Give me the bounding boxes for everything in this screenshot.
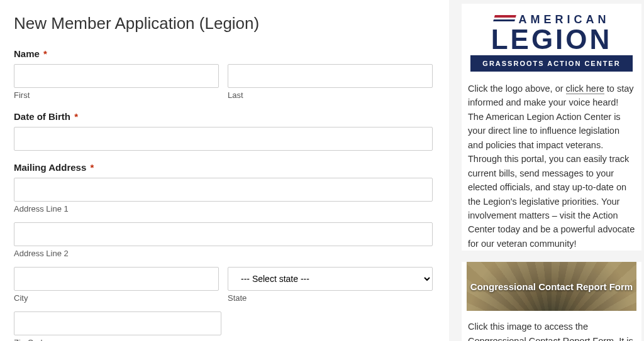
main-form-panel: New Member Application (Legion) Name * F… — [0, 0, 449, 341]
field-mailing: Mailing Address * Address Line 1 Address… — [14, 162, 433, 341]
required-marker: * — [90, 162, 94, 173]
sidebar-text-before: Click the logo above, or — [468, 84, 566, 94]
address-line1-input[interactable] — [14, 178, 433, 202]
mailing-label: Mailing Address * — [14, 162, 433, 173]
sidebar-text-after: to stay informed and make your voice hea… — [468, 84, 635, 249]
logo-main-text: LEGION — [470, 26, 633, 53]
field-dob: Date of Birth * — [14, 111, 433, 151]
name-label: Name * — [14, 48, 433, 59]
flag-stripes-icon — [492, 15, 516, 24]
first-name-input[interactable] — [14, 64, 219, 88]
state-select[interactable]: --- Select state --- — [228, 267, 433, 291]
last-name-input[interactable] — [228, 64, 433, 88]
first-name-sublabel: First — [14, 90, 219, 100]
dob-label-text: Date of Birth — [14, 111, 70, 122]
city-input[interactable] — [14, 267, 219, 291]
required-marker: * — [74, 111, 78, 122]
address-line1-sublabel: Address Line 1 — [14, 204, 433, 214]
state-sublabel: State — [228, 293, 433, 303]
required-marker: * — [43, 48, 47, 59]
congressional-banner[interactable]: Congressional Contact Report Form — [467, 262, 636, 311]
american-legion-logo[interactable]: AMERICAN LEGION GRASSROOTS ACTION CENTER — [467, 11, 636, 72]
address-line2-input[interactable] — [14, 222, 433, 246]
sidebar-action-text: Click the logo above, or click here to s… — [467, 72, 636, 251]
dob-label: Date of Birth * — [14, 111, 433, 122]
banner-title: Congressional Contact Report Form — [470, 281, 633, 292]
logo-subtitle-bar: GRASSROOTS ACTION CENTER — [470, 55, 633, 72]
address-line2-sublabel: Address Line 2 — [14, 249, 433, 258]
sidebar-contact-text: Click this image to access the Congressi… — [467, 311, 636, 341]
sidebar: AMERICAN LEGION GRASSROOTS ACTION CENTER… — [462, 0, 644, 341]
name-label-text: Name — [14, 48, 40, 59]
sidebar-action-center-card: AMERICAN LEGION GRASSROOTS ACTION CENTER… — [462, 4, 641, 251]
click-here-link[interactable]: click here — [566, 84, 604, 94]
zip-input[interactable] — [14, 311, 221, 335]
last-name-sublabel: Last — [228, 90, 433, 100]
sidebar-contact-card: Congressional Contact Report Form Click … — [462, 262, 641, 341]
zip-sublabel: Zip Code — [14, 338, 221, 341]
page-title: New Member Application (Legion) — [14, 14, 433, 33]
city-sublabel: City — [14, 293, 219, 303]
dob-input[interactable] — [14, 127, 433, 151]
mailing-label-text: Mailing Address — [14, 162, 86, 173]
field-name: Name * First Last — [14, 48, 433, 100]
